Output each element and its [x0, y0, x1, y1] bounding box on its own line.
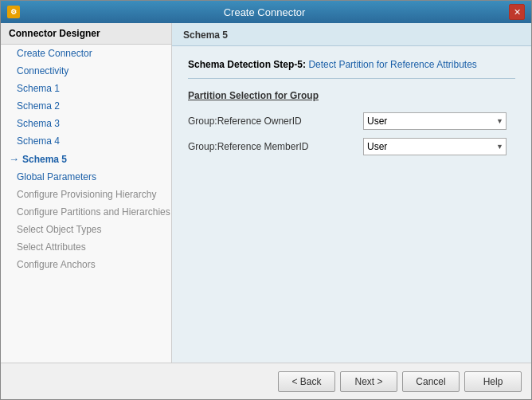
sidebar-item-configure-anchors: Configure Anchors	[1, 256, 171, 273]
field-label-member-id: Group:Reference MemberID	[188, 141, 363, 152]
sidebar-item-schema-2[interactable]: Schema 2	[1, 97, 171, 115]
sidebar-item-select-object-types: Select Object Types	[1, 221, 171, 238]
content-area: Schema 5 Schema Detection Step-5: Detect…	[172, 23, 531, 363]
sidebar: Connector Designer Create Connector Conn…	[1, 23, 172, 363]
panel-title: Schema 5	[172, 23, 531, 46]
window-title: Create Connector	[20, 6, 509, 18]
field-row-member-id: Group:Reference MemberID User Group Cont…	[188, 138, 515, 155]
sidebar-item-select-attributes: Select Attributes	[1, 238, 171, 256]
field-row-owner-id: Group:Reference OwnerID User Group Conta…	[188, 112, 515, 130]
field-label-owner-id: Group:Reference OwnerID	[188, 116, 363, 127]
detection-label: Schema Detection Step-5:	[188, 59, 306, 70]
back-button[interactable]: < Back	[278, 371, 335, 392]
sidebar-item-configure-provisioning-hierarchy: Configure Provisioning Hierarchy	[1, 186, 171, 203]
main-content: Connector Designer Create Connector Conn…	[1, 23, 531, 363]
select-member-id[interactable]: User Group Contact	[363, 138, 507, 155]
sidebar-item-schema-1[interactable]: Schema 1	[1, 80, 171, 97]
bottom-bar: < Back Next > Cancel Help	[1, 363, 531, 399]
sidebar-item-global-parameters[interactable]: Global Parameters	[1, 168, 171, 186]
sidebar-header: Connector Designer	[1, 23, 171, 45]
main-window: ⚙ Create Connector ✕ Connector Designer …	[0, 0, 532, 400]
detection-description: Schema Detection Step-5: Detect Partitio…	[188, 59, 515, 79]
content-body: Schema Detection Step-5: Detect Partitio…	[172, 46, 531, 363]
detection-text: Detect Partition for Reference Attribute…	[308, 59, 476, 70]
sidebar-item-schema-5[interactable]: Schema 5	[1, 150, 171, 168]
partition-section-title: Partition Selection for Group	[188, 90, 515, 101]
sidebar-item-schema-3[interactable]: Schema 3	[1, 115, 171, 132]
next-button[interactable]: Next >	[340, 371, 397, 392]
sidebar-item-configure-partitions-and-hierarchies: Configure Partitions and Hierarchies	[1, 203, 171, 221]
close-button[interactable]: ✕	[509, 4, 525, 20]
sidebar-item-connectivity[interactable]: Connectivity	[1, 62, 171, 80]
cancel-button[interactable]: Cancel	[402, 371, 460, 392]
select-owner-id[interactable]: User Group Contact	[363, 112, 507, 130]
select-wrapper-owner-id: User Group Contact	[363, 112, 507, 130]
app-icon: ⚙	[7, 6, 20, 18]
sidebar-item-schema-4[interactable]: Schema 4	[1, 132, 171, 150]
sidebar-item-create-connector[interactable]: Create Connector	[1, 45, 171, 62]
title-bar: ⚙ Create Connector ✕	[1, 1, 531, 23]
help-button[interactable]: Help	[464, 371, 522, 392]
select-wrapper-member-id: User Group Contact	[363, 138, 507, 155]
